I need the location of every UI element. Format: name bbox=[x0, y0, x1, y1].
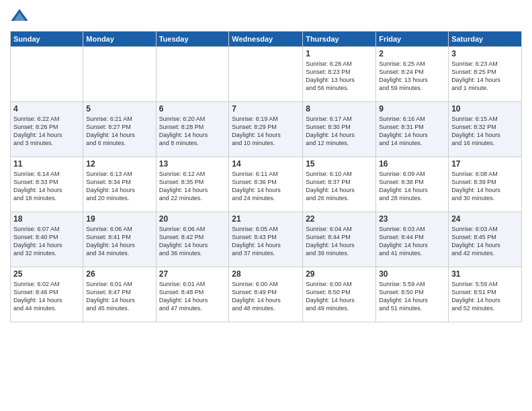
weekday-header-wednesday: Wednesday bbox=[229, 32, 303, 47]
day-number: 27 bbox=[159, 269, 226, 279]
day-info: Sunrise: 6:21 AMSunset: 8:27 PMDaylight:… bbox=[86, 115, 152, 148]
day-number: 20 bbox=[159, 214, 226, 224]
calendar-cell: 11Sunrise: 6:14 AMSunset: 8:33 PMDayligh… bbox=[11, 157, 83, 212]
day-info: Sunrise: 6:12 AMSunset: 8:35 PMDaylight:… bbox=[159, 170, 226, 203]
calendar-cell: 3Sunrise: 6:23 AMSunset: 8:25 PMDaylight… bbox=[449, 47, 522, 102]
day-info: Sunrise: 6:17 AMSunset: 8:30 PMDaylight:… bbox=[306, 115, 373, 148]
logo-icon bbox=[10, 7, 29, 26]
day-number: 19 bbox=[86, 214, 152, 224]
day-number: 31 bbox=[451, 269, 519, 279]
day-info: Sunrise: 6:03 AMSunset: 8:44 PMDaylight:… bbox=[379, 225, 445, 258]
calendar-cell: 5Sunrise: 6:21 AMSunset: 8:27 PMDaylight… bbox=[83, 102, 156, 157]
day-number: 28 bbox=[232, 269, 300, 279]
page: SundayMondayTuesdayWednesdayThursdayFrid… bbox=[0, 0, 532, 411]
calendar-week-row: 18Sunrise: 6:07 AMSunset: 8:40 PMDayligh… bbox=[11, 212, 522, 267]
day-number: 15 bbox=[306, 159, 373, 169]
day-number: 1 bbox=[306, 49, 373, 58]
calendar-cell: 21Sunrise: 6:05 AMSunset: 8:43 PMDayligh… bbox=[229, 212, 303, 267]
calendar-cell: 26Sunrise: 6:01 AMSunset: 8:47 PMDayligh… bbox=[83, 267, 156, 322]
calendar-week-row: 11Sunrise: 6:14 AMSunset: 8:33 PMDayligh… bbox=[11, 157, 522, 212]
calendar-cell: 31Sunrise: 5:59 AMSunset: 8:51 PMDayligh… bbox=[449, 267, 522, 322]
calendar-cell: 12Sunrise: 6:13 AMSunset: 8:34 PMDayligh… bbox=[83, 157, 156, 212]
day-number: 18 bbox=[13, 214, 80, 224]
calendar-cell bbox=[156, 47, 229, 102]
day-info: Sunrise: 6:00 AMSunset: 8:49 PMDaylight:… bbox=[232, 280, 300, 313]
day-info: Sunrise: 6:01 AMSunset: 8:47 PMDaylight:… bbox=[86, 280, 152, 313]
calendar-cell: 9Sunrise: 6:16 AMSunset: 8:31 PMDaylight… bbox=[376, 102, 449, 157]
day-info: Sunrise: 6:10 AMSunset: 8:37 PMDaylight:… bbox=[306, 170, 373, 203]
day-number: 2 bbox=[379, 49, 445, 58]
day-info: Sunrise: 6:09 AMSunset: 8:38 PMDaylight:… bbox=[379, 170, 445, 203]
day-info: Sunrise: 6:13 AMSunset: 8:34 PMDaylight:… bbox=[86, 170, 152, 203]
calendar-cell: 4Sunrise: 6:22 AMSunset: 8:26 PMDaylight… bbox=[11, 102, 83, 157]
day-info: Sunrise: 6:08 AMSunset: 8:39 PMDaylight:… bbox=[451, 170, 519, 203]
day-info: Sunrise: 6:07 AMSunset: 8:40 PMDaylight:… bbox=[13, 225, 80, 258]
day-number: 6 bbox=[159, 104, 226, 113]
weekday-header-thursday: Thursday bbox=[303, 32, 376, 47]
calendar-cell: 30Sunrise: 5:59 AMSunset: 8:50 PMDayligh… bbox=[376, 267, 449, 322]
day-number: 22 bbox=[306, 214, 373, 224]
calendar-week-row: 1Sunrise: 6:26 AMSunset: 8:23 PMDaylight… bbox=[11, 47, 522, 102]
calendar-cell: 7Sunrise: 6:19 AMSunset: 8:29 PMDaylight… bbox=[229, 102, 303, 157]
calendar-cell: 15Sunrise: 6:10 AMSunset: 8:37 PMDayligh… bbox=[303, 157, 376, 212]
day-info: Sunrise: 6:15 AMSunset: 8:32 PMDaylight:… bbox=[451, 115, 519, 148]
weekday-header-friday: Friday bbox=[376, 32, 449, 47]
calendar-cell bbox=[229, 47, 303, 102]
logo bbox=[10, 7, 32, 26]
day-info: Sunrise: 6:03 AMSunset: 8:45 PMDaylight:… bbox=[451, 225, 519, 258]
calendar-cell: 2Sunrise: 6:25 AMSunset: 8:24 PMDaylight… bbox=[376, 47, 449, 102]
day-info: Sunrise: 6:23 AMSunset: 8:25 PMDaylight:… bbox=[451, 60, 519, 93]
calendar-header-row: SundayMondayTuesdayWednesdayThursdayFrid… bbox=[11, 32, 522, 47]
day-info: Sunrise: 6:22 AMSunset: 8:26 PMDaylight:… bbox=[13, 115, 80, 148]
day-number: 24 bbox=[451, 214, 519, 224]
day-info: Sunrise: 6:20 AMSunset: 8:28 PMDaylight:… bbox=[159, 115, 226, 148]
day-info: Sunrise: 6:11 AMSunset: 8:36 PMDaylight:… bbox=[232, 170, 300, 203]
header bbox=[10, 7, 522, 26]
day-info: Sunrise: 6:06 AMSunset: 8:42 PMDaylight:… bbox=[159, 225, 226, 258]
calendar-cell: 24Sunrise: 6:03 AMSunset: 8:45 PMDayligh… bbox=[449, 212, 522, 267]
day-number: 23 bbox=[379, 214, 445, 224]
calendar-cell: 18Sunrise: 6:07 AMSunset: 8:40 PMDayligh… bbox=[11, 212, 83, 267]
day-info: Sunrise: 6:06 AMSunset: 8:41 PMDaylight:… bbox=[86, 225, 152, 258]
day-number: 25 bbox=[13, 269, 80, 279]
day-info: Sunrise: 6:05 AMSunset: 8:43 PMDaylight:… bbox=[232, 225, 300, 258]
day-number: 4 bbox=[13, 104, 80, 113]
day-number: 30 bbox=[379, 269, 445, 279]
day-number: 8 bbox=[306, 104, 373, 113]
day-number: 26 bbox=[86, 269, 152, 279]
weekday-header-saturday: Saturday bbox=[449, 32, 522, 47]
calendar-cell: 22Sunrise: 6:04 AMSunset: 8:44 PMDayligh… bbox=[303, 212, 376, 267]
day-info: Sunrise: 6:02 AMSunset: 8:46 PMDaylight:… bbox=[13, 280, 80, 313]
calendar-cell: 6Sunrise: 6:20 AMSunset: 8:28 PMDaylight… bbox=[156, 102, 229, 157]
calendar-cell: 29Sunrise: 6:00 AMSunset: 8:50 PMDayligh… bbox=[303, 267, 376, 322]
day-number: 29 bbox=[306, 269, 373, 279]
calendar-cell: 17Sunrise: 6:08 AMSunset: 8:39 PMDayligh… bbox=[449, 157, 522, 212]
calendar-cell: 10Sunrise: 6:15 AMSunset: 8:32 PMDayligh… bbox=[449, 102, 522, 157]
day-info: Sunrise: 6:01 AMSunset: 8:48 PMDaylight:… bbox=[159, 280, 226, 313]
day-info: Sunrise: 5:59 AMSunset: 8:50 PMDaylight:… bbox=[379, 280, 445, 313]
day-info: Sunrise: 6:16 AMSunset: 8:31 PMDaylight:… bbox=[379, 115, 445, 148]
calendar-cell: 8Sunrise: 6:17 AMSunset: 8:30 PMDaylight… bbox=[303, 102, 376, 157]
calendar-cell: 16Sunrise: 6:09 AMSunset: 8:38 PMDayligh… bbox=[376, 157, 449, 212]
day-number: 11 bbox=[13, 159, 80, 169]
calendar-cell: 23Sunrise: 6:03 AMSunset: 8:44 PMDayligh… bbox=[376, 212, 449, 267]
day-info: Sunrise: 6:19 AMSunset: 8:29 PMDaylight:… bbox=[232, 115, 300, 148]
calendar-cell: 27Sunrise: 6:01 AMSunset: 8:48 PMDayligh… bbox=[156, 267, 229, 322]
calendar-cell: 19Sunrise: 6:06 AMSunset: 8:41 PMDayligh… bbox=[83, 212, 156, 267]
calendar-table: SundayMondayTuesdayWednesdayThursdayFrid… bbox=[10, 31, 522, 322]
day-number: 14 bbox=[232, 159, 300, 169]
weekday-header-sunday: Sunday bbox=[11, 32, 83, 47]
calendar-cell: 14Sunrise: 6:11 AMSunset: 8:36 PMDayligh… bbox=[229, 157, 303, 212]
day-number: 10 bbox=[451, 104, 519, 113]
day-info: Sunrise: 6:14 AMSunset: 8:33 PMDaylight:… bbox=[13, 170, 80, 203]
day-number: 9 bbox=[379, 104, 445, 113]
calendar-cell: 28Sunrise: 6:00 AMSunset: 8:49 PMDayligh… bbox=[229, 267, 303, 322]
calendar-cell bbox=[83, 47, 156, 102]
calendar-cell: 1Sunrise: 6:26 AMSunset: 8:23 PMDaylight… bbox=[303, 47, 376, 102]
day-number: 5 bbox=[86, 104, 152, 113]
day-info: Sunrise: 6:00 AMSunset: 8:50 PMDaylight:… bbox=[306, 280, 373, 313]
day-info: Sunrise: 6:25 AMSunset: 8:24 PMDaylight:… bbox=[379, 60, 445, 93]
day-number: 12 bbox=[86, 159, 152, 169]
day-number: 7 bbox=[232, 104, 300, 113]
calendar-cell bbox=[11, 47, 83, 102]
